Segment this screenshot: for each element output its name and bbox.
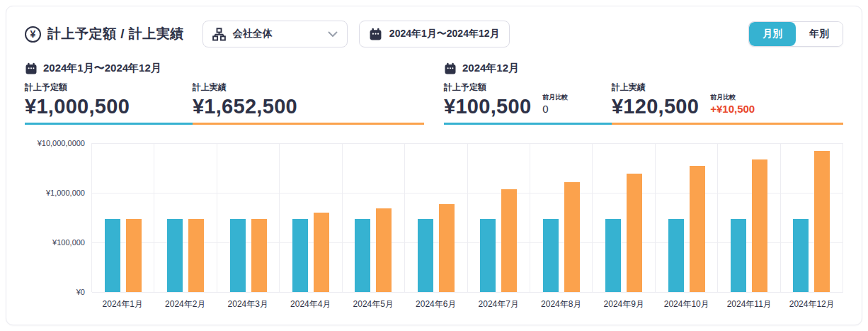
- month-summary-date: 2024年12月: [462, 62, 519, 75]
- bar-actual: [627, 174, 642, 293]
- plot-area: [91, 143, 843, 292]
- monthly-bar-chart: ¥10,000,0000¥1,000,000¥100,000¥0 2024年1月…: [25, 143, 843, 310]
- chart-column: [405, 143, 467, 292]
- x-axis-label: 2024年12月: [781, 298, 844, 310]
- planned-label: 計上予定額: [25, 82, 130, 94]
- widget-header: ¥ 計上予定額 / 計上実績 会社全体: [25, 21, 843, 47]
- chart-column: [468, 143, 530, 292]
- period-summary-date: 2024年1月〜2024年12月: [43, 62, 161, 75]
- x-axis-label: 2024年3月: [217, 298, 280, 310]
- planned-value: ¥1,000,500: [25, 96, 130, 117]
- bar-actual: [314, 213, 329, 292]
- planned-label: 計上予定額: [444, 82, 531, 94]
- bar-planned: [292, 219, 308, 292]
- x-axis-label: 2024年2月: [154, 298, 217, 310]
- period-planned-metric: 計上予定額 ¥1,000,500: [25, 82, 193, 125]
- chart-column: [154, 143, 217, 292]
- chart-column: [781, 143, 843, 292]
- title-group: ¥ 計上予定額 / 計上実績: [25, 25, 184, 43]
- chart-column: [656, 143, 718, 292]
- chart-column: [593, 143, 655, 292]
- toggle-monthly-button[interactable]: 月別: [749, 22, 796, 46]
- period-summary-heading: 2024年1月〜2024年12月: [25, 62, 424, 75]
- yen-circle-icon: ¥: [25, 26, 41, 43]
- x-axis-label: 2024年10月: [656, 298, 719, 310]
- bar-planned: [668, 219, 684, 292]
- bar-planned: [731, 219, 746, 292]
- comparison-label: 前月比較: [542, 93, 568, 102]
- date-range-button[interactable]: 2024年1月〜2024年12月: [359, 21, 510, 47]
- bar-actual: [752, 159, 767, 292]
- bar-planned: [105, 219, 120, 292]
- x-axis-label: 2024年4月: [280, 298, 343, 310]
- y-axis: ¥10,000,0000¥1,000,000¥100,000¥0: [25, 143, 91, 292]
- plot-column: 2024年1月2024年2月2024年3月2024年4月2024年5月2024年…: [91, 143, 843, 310]
- chart-column: [92, 143, 154, 292]
- bar-actual: [126, 219, 142, 292]
- bar-planned: [793, 219, 809, 292]
- bar-actual: [690, 166, 705, 292]
- org-scope-select[interactable]: 会社全体: [202, 21, 348, 47]
- chart-column: [530, 143, 593, 292]
- bar-actual: [439, 204, 455, 292]
- toggle-yearly-button[interactable]: 年別: [796, 22, 843, 46]
- month-summary-heading: 2024年12月: [444, 62, 843, 75]
- x-axis-label: 2024年8月: [530, 298, 593, 310]
- planned-comparison: 前月比較 0: [542, 93, 568, 117]
- x-axis-label: 2024年11月: [718, 298, 781, 310]
- period-toggle: 月別 年別: [748, 21, 843, 47]
- y-axis-tick: ¥0: [76, 288, 85, 296]
- y-axis-tick: ¥10,000,0000: [38, 139, 85, 147]
- bar-planned: [543, 219, 559, 292]
- actual-comparison: 前月比較 +¥10,500: [710, 93, 755, 117]
- comparison-value: +¥10,500: [710, 103, 755, 116]
- bar-actual: [251, 219, 267, 292]
- chart-column: [718, 143, 780, 292]
- org-chart-icon: [212, 28, 226, 41]
- month-summary: 2024年12月 計上予定額 ¥100,500 前月比較 0 計上実績: [444, 62, 843, 125]
- period-summary: 2024年1月〜2024年12月 計上予定額 ¥1,000,500 計上実績 ¥…: [25, 62, 424, 125]
- calendar-icon: [369, 28, 382, 41]
- actual-label: 計上実績: [193, 82, 297, 94]
- bar-actual: [376, 208, 392, 293]
- bar-actual: [564, 182, 580, 292]
- bar-planned: [480, 219, 496, 292]
- month-actual-metric: 計上実績 ¥120,500 前月比較 +¥10,500: [612, 82, 843, 125]
- period-actual-metric: 計上実績 ¥1,652,500: [193, 82, 424, 125]
- bar-planned: [355, 219, 370, 292]
- comparison-value: 0: [542, 103, 568, 116]
- x-axis-label: 2024年7月: [467, 298, 530, 310]
- x-axis-label: 2024年6月: [405, 298, 468, 310]
- x-axis-label: 2024年5月: [342, 298, 405, 310]
- bar-planned: [230, 219, 246, 292]
- comparison-label: 前月比較: [710, 93, 755, 102]
- bar-actual: [501, 189, 517, 293]
- month-planned-metric: 計上予定額 ¥100,500 前月比較 0: [444, 82, 612, 125]
- bar-actual: [814, 151, 830, 292]
- actual-value: ¥1,652,500: [193, 96, 297, 117]
- chart-column: [280, 143, 342, 292]
- bar-planned: [167, 219, 183, 292]
- chevron-down-icon: [328, 31, 338, 38]
- month-metrics: 計上予定額 ¥100,500 前月比較 0 計上実績 ¥120,500 前月比較: [444, 82, 843, 125]
- page-title: 計上予定額 / 計上実績: [47, 25, 184, 43]
- date-range-label: 2024年1月〜2024年12月: [389, 28, 500, 40]
- gridline: [92, 292, 843, 293]
- calendar-icon: [444, 62, 457, 75]
- chart-column: [217, 143, 280, 292]
- actual-value: ¥120,500: [612, 96, 699, 117]
- x-axis-label: 2024年1月: [91, 298, 154, 310]
- calendar-icon: [25, 62, 38, 75]
- y-axis-tick: ¥100,000: [52, 238, 85, 247]
- org-scope-value: 会社全体: [233, 28, 321, 40]
- revenue-widget-card: ¥ 計上予定額 / 計上実績 会社全体: [6, 6, 862, 325]
- bar-planned: [605, 219, 621, 292]
- x-axis-label: 2024年9月: [593, 298, 656, 310]
- y-axis-tick: ¥1,000,000: [46, 189, 85, 197]
- chart-column: [343, 143, 405, 292]
- period-metrics: 計上予定額 ¥1,000,500 計上実績 ¥1,652,500: [25, 82, 424, 125]
- actual-label: 計上実績: [612, 82, 699, 94]
- bar-actual: [188, 219, 204, 292]
- summaries-row: 2024年1月〜2024年12月 計上予定額 ¥1,000,500 計上実績 ¥…: [25, 62, 843, 125]
- bar-planned: [418, 219, 433, 292]
